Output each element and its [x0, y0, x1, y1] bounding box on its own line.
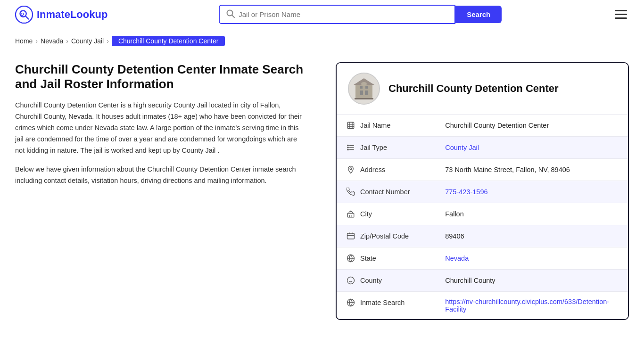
logo-link[interactable]: Q InmateLookup	[15, 6, 107, 24]
state-link[interactable]: Nevada	[445, 255, 469, 262]
facility-building-icon	[352, 76, 376, 101]
value-cell: 73 North Maine Street, Fallon, NV, 89406	[436, 159, 628, 181]
label-cell: Zip/Postal Code	[337, 225, 431, 247]
svg-point-22	[347, 145, 348, 146]
search-icon	[226, 9, 235, 19]
svg-rect-10	[365, 86, 368, 89]
logo-text: InmateLookup	[37, 8, 107, 21]
main-content: Churchill County Detention Center Inmate…	[0, 53, 644, 339]
table-row: Inmate Search https://nv-churchillcounty…	[337, 292, 628, 320]
search-area: Search	[219, 5, 502, 24]
label-cell: Address	[337, 159, 431, 181]
card-title: Churchill County Detention Center	[388, 82, 559, 95]
label-text: Inmate Search	[360, 299, 405, 306]
facility-avatar	[348, 73, 380, 105]
svg-point-32	[347, 277, 355, 284]
description-paragraph-2: Below we have given information about th…	[15, 164, 307, 187]
table-row: City Fallon	[337, 203, 628, 225]
table-row: State Nevada	[337, 247, 628, 270]
label-text: Jail Name	[360, 122, 390, 129]
svg-rect-12	[361, 82, 367, 86]
breadcrumb-sep-2: ›	[66, 37, 68, 45]
label-cell: Jail Name	[337, 115, 431, 136]
value-cell: https://nv-churchillcounty.civicplus.com…	[436, 292, 628, 320]
state-icon	[346, 254, 355, 263]
city-icon	[346, 209, 355, 219]
breadcrumb-current: Churchill County Detention Center	[112, 36, 225, 46]
jail-type-link[interactable]: County Jail	[445, 144, 479, 151]
header: Q InmateLookup Search	[0, 0, 644, 29]
hamburger-line-2	[615, 14, 627, 15]
hamburger-line-1	[615, 10, 627, 11]
left-column: Churchill County Detention Center Inmate…	[15, 62, 317, 194]
svg-rect-13	[355, 98, 373, 99]
svg-point-25	[350, 168, 352, 170]
breadcrumb-sep-1: ›	[35, 37, 38, 45]
search-button[interactable]: Search	[455, 6, 502, 23]
label-text: City	[360, 210, 372, 218]
value-cell: County Jail	[436, 137, 628, 159]
list-icon	[346, 143, 355, 152]
table-row: Contact Number 775-423-1596	[337, 181, 628, 203]
table-row: County Churchill County	[337, 270, 628, 292]
page-heading: Churchill County Detention Center Inmate…	[15, 62, 307, 91]
value-cell: 89406	[436, 225, 628, 247]
svg-rect-29	[347, 233, 355, 239]
label-text: Jail Type	[360, 144, 387, 151]
value-cell: Churchill County	[436, 270, 628, 292]
breadcrumb-sep-3: ›	[107, 37, 109, 45]
label-cell: Contact Number	[337, 181, 431, 203]
label-cell: Jail Type	[337, 137, 431, 158]
phone-icon	[346, 187, 355, 197]
search-input[interactable]	[239, 10, 448, 18]
svg-rect-26	[347, 214, 354, 217]
table-row: Jail Type County Jail	[337, 137, 628, 159]
globe-icon	[346, 298, 355, 307]
breadcrumb-nevada[interactable]: Nevada	[41, 37, 63, 45]
svg-rect-7	[360, 90, 363, 95]
breadcrumb-home[interactable]: Home	[15, 37, 33, 45]
breadcrumb: Home › Nevada › County Jail › Churchill …	[0, 29, 644, 53]
svg-point-24	[347, 149, 348, 150]
svg-rect-14	[347, 122, 354, 129]
zip-icon	[346, 231, 355, 241]
label-text: Contact Number	[360, 188, 410, 196]
table-row: Address 73 North Maine Street, Fallon, N…	[337, 159, 628, 181]
hamburger-line-3	[615, 17, 627, 19]
search-input-wrap	[219, 5, 455, 24]
table-row: Zip/Postal Code 89406	[337, 225, 628, 247]
svg-point-0	[16, 6, 33, 23]
inmate-search-link[interactable]: https://nv-churchillcounty.civicplus.com…	[445, 298, 609, 313]
right-column: Churchill County Detention Center Jail N…	[336, 62, 629, 320]
svg-point-23	[347, 147, 348, 148]
label-text: State	[360, 255, 376, 262]
label-cell: State	[337, 247, 431, 269]
value-cell: Churchill County Detention Center	[436, 115, 628, 137]
value-cell: Fallon	[436, 203, 628, 225]
svg-rect-9	[360, 86, 363, 89]
contact-number-link[interactable]: 775-423-1596	[445, 188, 487, 196]
jail-icon	[346, 121, 355, 130]
value-cell: Nevada	[436, 247, 628, 270]
label-cell: County	[337, 270, 431, 291]
location-icon	[346, 165, 355, 174]
info-card: Churchill County Detention Center Jail N…	[336, 62, 629, 320]
info-table: Jail Name Churchill County Detention Cen…	[337, 115, 628, 319]
label-text: County	[360, 277, 382, 284]
label-text: Zip/Postal Code	[360, 232, 409, 240]
card-header: Churchill County Detention Center	[337, 63, 628, 115]
value-cell: 775-423-1596	[436, 181, 628, 203]
hamburger-menu[interactable]	[613, 8, 629, 21]
label-text: Address	[360, 166, 385, 173]
svg-rect-6	[355, 85, 372, 98]
breadcrumb-county-jail[interactable]: County Jail	[71, 37, 104, 45]
svg-line-5	[232, 15, 234, 17]
logo-icon: Q	[15, 6, 33, 24]
svg-rect-8	[365, 90, 368, 95]
description-paragraph-1: Churchill County Detention Center is a h…	[15, 100, 307, 156]
table-row: Jail Name Churchill County Detention Cen…	[337, 115, 628, 137]
label-cell: City	[337, 203, 431, 225]
county-icon	[346, 276, 355, 285]
svg-text:Q: Q	[20, 11, 24, 16]
label-cell: Inmate Search	[337, 292, 431, 313]
